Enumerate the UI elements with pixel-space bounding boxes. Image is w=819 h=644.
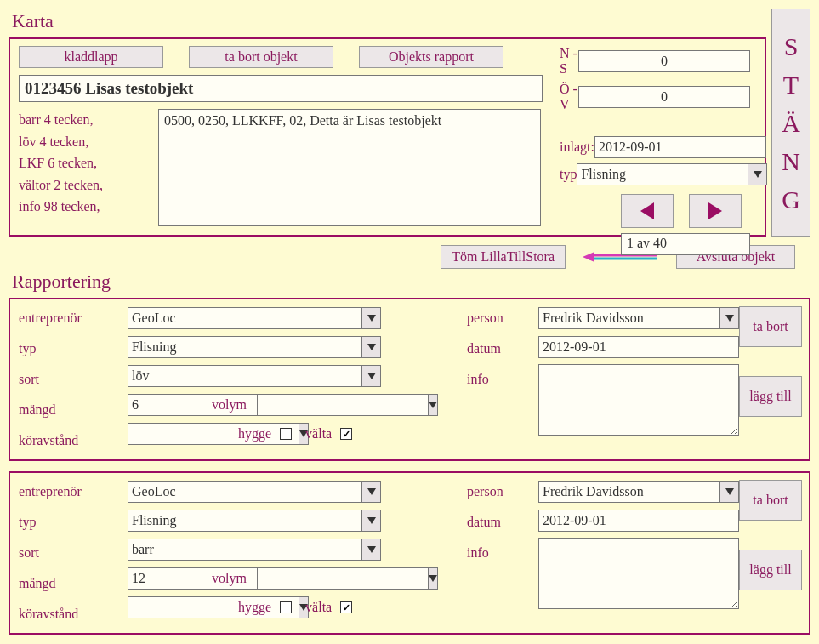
chevron-down-icon[interactable]: [720, 481, 739, 503]
report-row: entreprenörtypsortmängdköravståndvolymhy…: [9, 471, 810, 635]
prev-button[interactable]: [621, 194, 674, 228]
svg-marker-15: [367, 546, 376, 553]
object-title: 0123456 Lisas testobjekt: [19, 75, 543, 102]
koravstand-label: köravstånd: [19, 429, 116, 453]
object-details[interactable]: 0500, 0250, LLKKFF, 02, Detta är Lisas t…: [158, 109, 541, 226]
chevron-down-icon[interactable]: [362, 336, 381, 358]
mangd-label: mängd: [19, 398, 116, 422]
valta-label: välta: [297, 426, 335, 442]
kladdlapp-button[interactable]: kladdlapp: [19, 46, 163, 68]
svg-marker-0: [754, 171, 762, 178]
inlagt-input[interactable]: [594, 136, 766, 158]
hygge-label: hygge: [235, 600, 275, 615]
person-select[interactable]: [538, 307, 720, 329]
triangle-left-icon: [639, 202, 656, 220]
person-select[interactable]: [538, 481, 720, 503]
volym-select[interactable]: [257, 567, 429, 590]
hint-line: löv 4 tecken,: [19, 131, 146, 153]
checkbox[interactable]: ✓: [340, 428, 352, 440]
typ-label: typ: [19, 337, 116, 361]
chevron-down-icon[interactable]: [362, 539, 381, 561]
next-button[interactable]: [689, 194, 742, 228]
checkbox[interactable]: [280, 601, 292, 613]
svg-marker-2: [708, 202, 722, 219]
svg-marker-19: [725, 488, 734, 495]
karta-panel: kladdlapp ta bort objekt Objekts rapport…: [9, 37, 766, 237]
sort-select[interactable]: [128, 365, 362, 387]
typ-label: typ: [19, 510, 116, 534]
sort-label: sort: [19, 541, 116, 565]
volym-label: volym: [201, 571, 252, 586]
ov-input[interactable]: [578, 86, 750, 108]
datum-label: datum: [467, 337, 526, 361]
karta-title: Karta: [12, 10, 766, 32]
svg-marker-12: [725, 315, 734, 322]
info-textarea[interactable]: [538, 364, 739, 436]
chevron-down-icon[interactable]: [362, 510, 381, 532]
rapportering-title: Rapportering: [12, 271, 810, 293]
svg-marker-10: [429, 402, 437, 408]
hint-line: LKF 6 tecken,: [19, 152, 146, 174]
stang-button[interactable]: S T Ä N G: [771, 9, 810, 237]
chevron-down-icon[interactable]: [429, 394, 438, 416]
hint-line: info 98 tecken,: [19, 196, 146, 218]
entreprenor-select[interactable]: [128, 307, 362, 329]
entreprenor-select[interactable]: [128, 481, 362, 503]
svg-marker-7: [367, 344, 376, 350]
entreprenor-label: entreprenör: [19, 306, 116, 330]
datum-input[interactable]: [538, 510, 739, 532]
tom-lilla-button[interactable]: Töm LillaTillStora: [441, 245, 566, 269]
svg-marker-14: [367, 517, 376, 524]
chevron-down-icon[interactable]: [748, 163, 767, 185]
sort-select[interactable]: [128, 539, 362, 561]
typ-select[interactable]: [577, 163, 748, 185]
info-label: info: [467, 368, 526, 391]
chevron-down-icon[interactable]: [362, 307, 381, 329]
hygge-label: hygge: [235, 426, 275, 442]
laggtill-button[interactable]: lägg till: [739, 376, 802, 417]
svg-marker-8: [367, 373, 376, 379]
tabort-button[interactable]: ta bort: [739, 306, 802, 347]
tabort-objekt-button[interactable]: ta bort objekt: [189, 46, 333, 68]
chevron-down-icon[interactable]: [362, 365, 381, 387]
volym-select[interactable]: [257, 394, 429, 416]
ov-label: Ö - V: [560, 82, 578, 112]
report-row: entreprenörtypsortmängdköravståndvolymhy…: [9, 298, 810, 461]
inlagt-label: inlagt:: [560, 140, 594, 155]
triangle-right-icon: [707, 202, 724, 220]
valta-label: välta: [297, 600, 335, 615]
hint-line: barr 4 tecken,: [19, 109, 146, 131]
svg-marker-17: [429, 575, 437, 582]
koravstand-label: köravstånd: [19, 602, 116, 626]
datum-input[interactable]: [538, 336, 739, 358]
info-textarea[interactable]: [538, 538, 739, 609]
ns-input[interactable]: [578, 50, 750, 72]
chevron-down-icon[interactable]: [362, 481, 381, 503]
typ-select[interactable]: [128, 510, 362, 532]
svg-marker-1: [640, 202, 654, 219]
chevron-down-icon[interactable]: [429, 567, 438, 590]
ns-label: N - S: [560, 46, 578, 77]
tabort-button[interactable]: ta bort: [739, 480, 802, 521]
sort-label: sort: [19, 368, 116, 391]
datum-label: datum: [467, 510, 526, 534]
info-label: info: [467, 541, 526, 565]
pager: 1 av 40: [621, 233, 750, 255]
typ-label: typ: [560, 167, 577, 182]
mangd-label: mängd: [19, 572, 116, 596]
chevron-down-icon[interactable]: [720, 307, 739, 329]
objekts-rapport-button[interactable]: Objekts rapport: [359, 46, 503, 68]
svg-marker-6: [367, 315, 376, 322]
volym-label: volym: [201, 397, 252, 413]
hints: barr 4 tecken, löv 4 tecken, LKF 6 tecke…: [19, 109, 146, 226]
checkbox[interactable]: ✓: [340, 601, 352, 613]
person-label: person: [467, 306, 526, 330]
svg-marker-13: [367, 488, 376, 495]
laggtill-button[interactable]: lägg till: [739, 550, 802, 590]
checkbox[interactable]: [280, 428, 292, 440]
hint-line: vältor 2 tecken,: [19, 174, 146, 197]
person-label: person: [467, 480, 526, 504]
typ-select[interactable]: [128, 336, 362, 358]
entreprenor-label: entreprenör: [19, 480, 116, 504]
